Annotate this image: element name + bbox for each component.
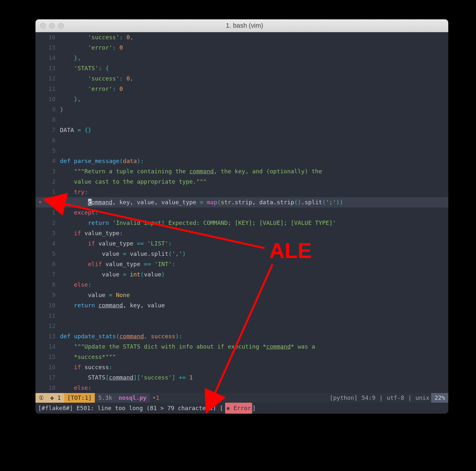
code-content: DATA = {} xyxy=(60,125,448,135)
code-line[interactable]: 11 xyxy=(35,311,448,321)
code-line[interactable]: 5 value = value.split(',') xyxy=(35,249,448,259)
code-content xyxy=(60,146,448,156)
code-line[interactable]: 3 """Return a tuple containing the comma… xyxy=(35,166,448,177)
code-content: def parse_message(data): xyxy=(60,156,448,166)
line-number: 4 xyxy=(45,156,60,166)
code-line[interactable]: 2 return 'Invalid input! Expected: COMMA… xyxy=(35,218,448,228)
code-line[interactable]: 6 xyxy=(35,135,448,146)
sign-column xyxy=(35,228,45,238)
status-filename: nosql.py xyxy=(115,393,150,403)
sign-column xyxy=(35,372,45,383)
close-traffic-light[interactable] xyxy=(40,23,46,29)
line-number: 7 xyxy=(45,269,60,280)
code-content: 'error': 0 xyxy=(60,84,448,94)
traffic-lights xyxy=(40,23,64,29)
code-content: def update_stats(command, success): xyxy=(60,331,448,341)
code-line[interactable]: 1 try: xyxy=(35,187,448,197)
line-number: 15 xyxy=(45,43,60,53)
minimize-traffic-light[interactable] xyxy=(49,23,55,29)
code-line[interactable]: 16 if success: xyxy=(35,362,448,372)
code-content: }, xyxy=(60,53,448,63)
code-line[interactable]: 4 if value_type == 'LIST': xyxy=(35,238,448,249)
sign-column xyxy=(35,187,45,197)
code-line[interactable]: 16 'success': 0, xyxy=(35,32,448,43)
code-content: 'error': 0 xyxy=(60,43,448,53)
sign-column xyxy=(35,177,45,187)
sign-column xyxy=(35,290,45,300)
status-pos: 54:9 xyxy=(360,393,377,403)
line-number: 2 xyxy=(45,177,60,187)
code-line[interactable]: 10 }, xyxy=(35,94,448,104)
status-encoding: utf-8 xyxy=(385,393,406,403)
code-line[interactable]: 15 'error': 0 xyxy=(35,43,448,53)
sign-column xyxy=(35,321,45,331)
line-number: 7 xyxy=(45,125,60,135)
line-number: 8 xyxy=(45,115,60,125)
code-content xyxy=(60,115,448,125)
code-line[interactable]: 6 elif value_type == 'INT': xyxy=(35,259,448,269)
code-line[interactable]: 14 """Update the STATS dict with info ab… xyxy=(35,341,448,352)
code-line[interactable]: 18 else: xyxy=(35,383,448,393)
status-error-count: •1 xyxy=(150,393,163,403)
code-line[interactable]: •54 command, key, value, value_type = ma… xyxy=(35,197,448,207)
code-line[interactable]: 14 }, xyxy=(35,53,448,63)
lint-message: [#flake8#] E501: line too long (81 > 79 … xyxy=(38,405,223,411)
sign-column xyxy=(35,63,45,73)
line-number: 4 xyxy=(45,238,60,249)
code-content: value = int(value) xyxy=(60,269,448,280)
code-line[interactable]: 12 xyxy=(35,321,448,331)
code-line[interactable]: 9 value = None xyxy=(35,290,448,300)
code-content: """Update the STATS dict with info about… xyxy=(60,341,448,352)
sign-column xyxy=(35,238,45,249)
code-content: """Return a tuple containing the command… xyxy=(60,166,448,177)
code-line[interactable]: 1 except: xyxy=(35,207,448,218)
line-number: 13 xyxy=(45,331,60,341)
status-percent: 22% xyxy=(431,393,448,403)
code-content: except: xyxy=(60,207,448,218)
vim-statusline: ① ✤ 1 [TOT:1] 5.3k nosql.py •1 [python] … xyxy=(35,393,448,403)
code-line[interactable]: 17 STATS[command]['success'] += 1 xyxy=(35,372,448,383)
sign-column xyxy=(35,311,45,321)
code-line[interactable]: 3 if value_type: xyxy=(35,228,448,238)
code-line[interactable]: 15 *success*""" xyxy=(35,352,448,362)
status-buffer: ① xyxy=(35,393,47,403)
line-number: 10 xyxy=(45,300,60,311)
code-line[interactable]: 9} xyxy=(35,104,448,115)
code-line[interactable]: 10 return command, key, value xyxy=(35,300,448,311)
code-line[interactable]: 13 'STATS': { xyxy=(35,63,448,73)
editor-area[interactable]: 16 'success': 0,15 'error': 014 },13 'ST… xyxy=(35,32,448,393)
code-line[interactable]: 7DATA = {} xyxy=(35,125,448,135)
line-number: 10 xyxy=(45,94,60,104)
code-line[interactable]: 2 value cast to the appropriate type.""" xyxy=(35,177,448,187)
sign-column xyxy=(35,331,45,341)
line-number: 9 xyxy=(45,104,60,115)
sign-column xyxy=(35,43,45,53)
code-line[interactable]: 8 xyxy=(35,115,448,125)
line-number: 1 xyxy=(45,207,60,218)
code-line[interactable]: 4def parse_message(data): xyxy=(35,156,448,166)
line-number: 17 xyxy=(45,372,60,383)
code-content: if value_type == 'LIST': xyxy=(60,238,448,249)
code-content: 'STATS': { xyxy=(60,63,448,73)
sign-column xyxy=(35,362,45,372)
sign-column xyxy=(35,146,45,156)
code-line[interactable]: 7 value = int(value) xyxy=(35,269,448,280)
line-number: 54 xyxy=(45,197,60,207)
error-badge: ✱ Error xyxy=(225,403,252,414)
code-content: *success*""" xyxy=(60,352,448,362)
zoom-traffic-light[interactable] xyxy=(58,23,64,29)
code-line[interactable]: 12 'success': 0, xyxy=(35,73,448,84)
code-line[interactable]: 5 xyxy=(35,146,448,156)
code-line[interactable]: 13def update_stats(command, success): xyxy=(35,331,448,341)
code-content xyxy=(60,311,448,321)
code-content: try: xyxy=(60,187,448,197)
status-fileformat: unix xyxy=(413,393,431,403)
code-line[interactable]: 8 else: xyxy=(35,280,448,290)
line-number: 12 xyxy=(45,73,60,84)
window-titlebar[interactable]: 1. bash (vim) xyxy=(35,19,448,32)
line-number: 9 xyxy=(45,290,60,300)
sign-column xyxy=(35,341,45,352)
code-line[interactable]: 11 'error': 0 xyxy=(35,84,448,94)
terminal-window: 1. bash (vim) 16 'success': 0,15 'error'… xyxy=(35,19,448,414)
sign-column: • xyxy=(35,197,45,207)
